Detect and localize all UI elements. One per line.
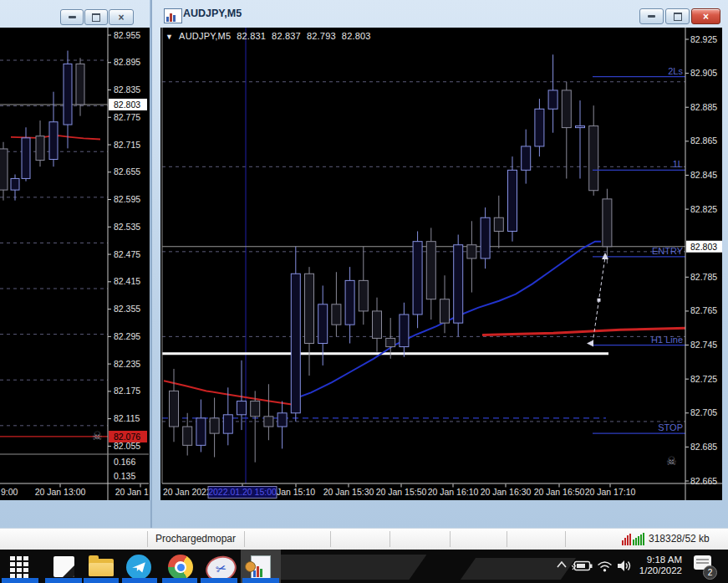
left-chart-window[interactable]: × 82.95582.89582.83582.77582.71582.65582… (0, 0, 150, 528)
ohlc-info-line: ▼AUDJPY,M582.83182.83782.79382.803 (165, 31, 377, 41)
svg-text:20 Jan 17:00: 20 Jan 17:00 (115, 487, 149, 497)
main-window-titlebar[interactable]: AUDJPY,M5 × (152, 0, 728, 28)
svg-text:0.135: 0.135 (114, 471, 135, 481)
svg-text:82.725: 82.725 (690, 374, 717, 384)
svg-text:82.825: 82.825 (690, 204, 717, 214)
tray-chevron-icon[interactable] (555, 560, 568, 570)
svg-text:ENTRY: ENTRY (652, 246, 684, 256)
svg-text:82.115: 82.115 (114, 413, 140, 423)
connection-bars-icon (622, 532, 644, 546)
running-indicator (84, 578, 119, 583)
svg-text:20 Jan 15:30: 20 Jan 15:30 (323, 487, 374, 497)
svg-text:82.665: 82.665 (690, 476, 717, 486)
svg-text:20 Jan 15:50: 20 Jan 15:50 (376, 487, 427, 497)
svg-text:20 Jan 17:10: 20 Jan 17:10 (585, 487, 636, 497)
running-indicator (242, 578, 279, 583)
svg-text:82.955: 82.955 (114, 30, 140, 40)
tray-clock[interactable]: 9:18 AM 1/20/2022 (629, 555, 682, 576)
svg-text:0.166: 0.166 (114, 457, 135, 467)
info-symbol: AUDJPY,M5 (179, 31, 231, 41)
svg-text:82.535: 82.535 (114, 222, 140, 232)
separator (330, 531, 331, 547)
svg-text:82.835: 82.835 (114, 84, 140, 95)
price-axis: 82.92582.90582.88582.86582.84582.82582.7… (685, 34, 722, 486)
ma-red (164, 328, 685, 404)
svg-text:82.705: 82.705 (690, 407, 717, 417)
battery-icon[interactable] (572, 560, 593, 572)
svg-text:82.175: 82.175 (114, 386, 140, 396)
svg-text:82.076: 82.076 (114, 432, 140, 442)
candles (170, 54, 612, 462)
running-indicator (122, 578, 157, 583)
left-chart-canvas[interactable]: 82.95582.89582.83582.77582.71582.65582.5… (0, 28, 149, 500)
clock-time: 9:18 AM (629, 555, 682, 565)
svg-text:82.775: 82.775 (114, 112, 140, 122)
close-button[interactable]: × (691, 8, 720, 24)
window-title: AUDJPY,M5 (183, 8, 242, 19)
restore-button[interactable] (84, 9, 108, 25)
svg-text:82.685: 82.685 (690, 442, 717, 452)
running-indicator (201, 578, 237, 583)
close-button[interactable]: × (109, 9, 134, 25)
axis-frame (0, 28, 149, 500)
svg-text:20 Jan 13:00: 20 Jan 13:00 (35, 487, 86, 497)
restore-button[interactable] (665, 8, 690, 24)
separator (565, 531, 566, 547)
dropdown-marker-icon[interactable]: ▼ (165, 33, 173, 41)
left-window-titlebar[interactable]: × (0, 0, 150, 28)
notification-badge[interactable]: 2 (703, 565, 717, 580)
svg-text:82.595: 82.595 (114, 194, 140, 204)
dashed-arrow (587, 253, 608, 347)
svg-text:H1 Line: H1 Line (651, 335, 683, 345)
svg-text:82.745: 82.745 (690, 340, 717, 350)
restore-icon (674, 13, 682, 21)
info-close: 82.803 (342, 31, 371, 41)
svg-text:20 Jan 16:10: 20 Jan 16:10 (428, 487, 479, 497)
skull-icon: ☠ (92, 429, 103, 442)
separator (389, 531, 390, 547)
left-chart-client: 82.95582.89582.83582.77582.71582.65582.5… (0, 28, 150, 500)
wifi-icon[interactable] (597, 560, 613, 572)
info-low: 82.793 (307, 31, 336, 41)
close-icon: × (703, 12, 709, 22)
svg-text:82.845: 82.845 (690, 170, 717, 180)
svg-text:82.295: 82.295 (114, 331, 140, 341)
running-indicator (45, 578, 82, 583)
minimize-button[interactable] (639, 8, 664, 24)
time-axis: 9:0020 Jan 13:0020 Jan 17:00 (1, 484, 149, 498)
traffic-counter: 318328/52 kb (649, 533, 710, 545)
svg-text:82.765: 82.765 (690, 305, 717, 315)
desktop: × 82.95582.89582.83582.77582.71582.65582… (0, 0, 728, 583)
minimize-button[interactable] (60, 9, 84, 25)
svg-text:82.475: 82.475 (114, 249, 140, 259)
svg-text:82.905: 82.905 (690, 68, 717, 78)
svg-text:Jan 15:10: Jan 15:10 (277, 487, 315, 497)
profile-name: Prochargedmopar (147, 533, 244, 545)
separator (244, 531, 245, 547)
svg-text:82.895: 82.895 (114, 57, 140, 67)
drawn-objects (162, 354, 608, 418)
price-axis: 82.95582.89582.83582.77582.71582.65582.5… (108, 30, 147, 482)
svg-text:20 Jan 16:50: 20 Jan 16:50 (534, 487, 585, 497)
svg-text:2022.01.20 15:00: 2022.01.20 15:00 (208, 487, 277, 497)
main-chart-window[interactable]: AUDJPY,M5 × 2Ls1LENTRYH1 LineSTOP82.9258… (150, 0, 728, 528)
svg-text:82.235: 82.235 (114, 359, 140, 369)
svg-text:82.865: 82.865 (690, 136, 717, 146)
svg-text:82.885: 82.885 (690, 102, 717, 112)
svg-text:82.803: 82.803 (690, 242, 717, 252)
close-icon: × (118, 13, 124, 23)
svg-text:82.415: 82.415 (114, 276, 140, 286)
svg-text:☠: ☠ (666, 454, 677, 468)
separator (507, 531, 507, 547)
info-high: 82.837 (272, 31, 301, 41)
main-chart-canvas[interactable]: 2Ls1LENTRYH1 LineSTOP82.92582.90582.8858… (160, 28, 722, 500)
chart-window-icon (164, 8, 182, 23)
svg-text:1L: 1L (673, 159, 683, 169)
time-axis: 20 Jan 20222022.01.20 15:00Jan 15:1020 J… (163, 484, 636, 499)
minimize-icon (69, 16, 76, 18)
svg-text:82.925: 82.925 (690, 34, 717, 44)
svg-text:82.785: 82.785 (690, 272, 717, 282)
svg-text:82.715: 82.715 (114, 140, 140, 150)
wallpaper-streak (258, 555, 426, 580)
svg-text:☠: ☠ (92, 429, 103, 442)
